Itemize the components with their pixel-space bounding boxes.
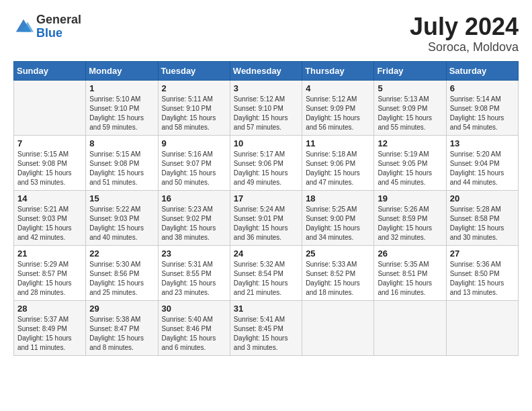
day-number: 13 — [450, 138, 515, 148]
day-number: 16 — [162, 193, 226, 203]
calendar-cell: 6Sunrise: 5:14 AMSunset: 9:08 PMDaylight… — [446, 80, 518, 135]
day-info: Sunrise: 5:22 AMSunset: 9:03 PMDaylight:… — [89, 205, 154, 242]
day-number: 7 — [17, 138, 82, 148]
calendar-week-4: 21Sunrise: 5:29 AMSunset: 8:57 PMDayligh… — [14, 245, 519, 300]
calendar-cell: 4Sunrise: 5:12 AMSunset: 9:09 PMDaylight… — [302, 80, 374, 135]
calendar-cell: 22Sunrise: 5:30 AMSunset: 8:56 PMDayligh… — [86, 245, 158, 300]
calendar-cell: 13Sunrise: 5:20 AMSunset: 9:04 PMDayligh… — [446, 135, 518, 190]
day-number: 19 — [378, 193, 442, 203]
day-number: 27 — [450, 248, 515, 259]
day-number: 21 — [17, 248, 82, 259]
day-number: 20 — [450, 193, 515, 203]
calendar-cell: 31Sunrise: 5:41 AMSunset: 8:45 PMDayligh… — [230, 300, 302, 355]
day-info: Sunrise: 5:41 AMSunset: 8:45 PMDaylight:… — [234, 315, 298, 353]
day-number: 1 — [89, 83, 154, 93]
day-info: Sunrise: 5:15 AMSunset: 9:08 PMDaylight:… — [17, 150, 82, 187]
weekday-header-thursday: Thursday — [302, 61, 374, 80]
logo: General Blue — [13, 13, 81, 40]
day-info: Sunrise: 5:37 AMSunset: 8:49 PMDaylight:… — [17, 315, 82, 353]
calendar-cell — [302, 300, 374, 355]
calendar-cell: 16Sunrise: 5:23 AMSunset: 9:02 PMDayligh… — [158, 190, 230, 245]
day-number: 4 — [306, 83, 370, 93]
day-info: Sunrise: 5:30 AMSunset: 8:56 PMDaylight:… — [89, 260, 154, 298]
day-info: Sunrise: 5:10 AMSunset: 9:10 PMDaylight:… — [89, 95, 154, 132]
month-year: July 2024 — [410, 13, 519, 40]
day-info: Sunrise: 5:12 AMSunset: 9:09 PMDaylight:… — [306, 95, 370, 132]
day-info: Sunrise: 5:33 AMSunset: 8:52 PMDaylight:… — [306, 260, 370, 298]
day-info: Sunrise: 5:24 AMSunset: 9:01 PMDaylight:… — [234, 205, 298, 242]
calendar-cell: 14Sunrise: 5:21 AMSunset: 9:03 PMDayligh… — [14, 190, 86, 245]
day-number: 14 — [17, 193, 82, 203]
page-header: General Blue July 2024 Soroca, Moldova — [13, 13, 519, 54]
day-info: Sunrise: 5:15 AMSunset: 9:08 PMDaylight:… — [89, 150, 154, 187]
day-info: Sunrise: 5:18 AMSunset: 9:06 PMDaylight:… — [306, 150, 370, 187]
weekday-header-wednesday: Wednesday — [230, 61, 302, 80]
logo-general-text: General — [36, 13, 81, 27]
logo-icon — [13, 17, 34, 37]
calendar-cell: 11Sunrise: 5:18 AMSunset: 9:06 PMDayligh… — [302, 135, 374, 190]
day-number: 9 — [162, 138, 226, 148]
calendar-table: SundayMondayTuesdayWednesdayThursdayFrid… — [13, 61, 519, 356]
logo-text: General Blue — [36, 13, 81, 40]
day-info: Sunrise: 5:32 AMSunset: 8:54 PMDaylight:… — [234, 260, 298, 298]
weekday-header-saturday: Saturday — [446, 61, 518, 80]
day-info: Sunrise: 5:14 AMSunset: 9:08 PMDaylight:… — [450, 95, 515, 132]
calendar-cell: 21Sunrise: 5:29 AMSunset: 8:57 PMDayligh… — [14, 245, 86, 300]
day-number: 2 — [162, 83, 226, 93]
day-info: Sunrise: 5:12 AMSunset: 9:10 PMDaylight:… — [234, 95, 298, 132]
calendar-cell: 26Sunrise: 5:35 AMSunset: 8:51 PMDayligh… — [374, 245, 446, 300]
logo-blue-text: Blue — [36, 27, 81, 40]
day-info: Sunrise: 5:28 AMSunset: 8:58 PMDaylight:… — [450, 205, 515, 242]
calendar-cell — [374, 300, 446, 355]
calendar-cell: 15Sunrise: 5:22 AMSunset: 9:03 PMDayligh… — [86, 190, 158, 245]
day-number: 18 — [306, 193, 370, 203]
day-info: Sunrise: 5:21 AMSunset: 9:03 PMDaylight:… — [17, 205, 82, 242]
calendar-cell: 27Sunrise: 5:36 AMSunset: 8:50 PMDayligh… — [446, 245, 518, 300]
calendar-cell: 9Sunrise: 5:16 AMSunset: 9:07 PMDaylight… — [158, 135, 230, 190]
day-number: 17 — [234, 193, 298, 203]
calendar-cell: 1Sunrise: 5:10 AMSunset: 9:10 PMDaylight… — [86, 80, 158, 135]
day-info: Sunrise: 5:40 AMSunset: 8:46 PMDaylight:… — [162, 315, 226, 353]
day-number: 12 — [378, 138, 442, 148]
weekday-header-row: SundayMondayTuesdayWednesdayThursdayFrid… — [14, 61, 519, 80]
day-info: Sunrise: 5:29 AMSunset: 8:57 PMDaylight:… — [17, 260, 82, 298]
day-number: 25 — [306, 248, 370, 259]
calendar-week-3: 14Sunrise: 5:21 AMSunset: 9:03 PMDayligh… — [14, 190, 519, 245]
calendar-cell: 10Sunrise: 5:17 AMSunset: 9:06 PMDayligh… — [230, 135, 302, 190]
calendar-cell: 17Sunrise: 5:24 AMSunset: 9:01 PMDayligh… — [230, 190, 302, 245]
calendar-cell: 24Sunrise: 5:32 AMSunset: 8:54 PMDayligh… — [230, 245, 302, 300]
calendar-cell: 28Sunrise: 5:37 AMSunset: 8:49 PMDayligh… — [14, 300, 86, 355]
calendar-cell: 8Sunrise: 5:15 AMSunset: 9:08 PMDaylight… — [86, 135, 158, 190]
day-number: 5 — [378, 83, 442, 93]
calendar-week-2: 7Sunrise: 5:15 AMSunset: 9:08 PMDaylight… — [14, 135, 519, 190]
calendar-cell: 30Sunrise: 5:40 AMSunset: 8:46 PMDayligh… — [158, 300, 230, 355]
weekday-header-sunday: Sunday — [14, 61, 86, 80]
day-number: 26 — [378, 248, 442, 259]
day-info: Sunrise: 5:36 AMSunset: 8:50 PMDaylight:… — [450, 260, 515, 298]
day-number: 10 — [234, 138, 298, 148]
day-info: Sunrise: 5:35 AMSunset: 8:51 PMDaylight:… — [378, 260, 442, 298]
calendar-cell: 29Sunrise: 5:38 AMSunset: 8:47 PMDayligh… — [86, 300, 158, 355]
calendar-cell: 20Sunrise: 5:28 AMSunset: 8:58 PMDayligh… — [446, 190, 518, 245]
calendar-cell: 7Sunrise: 5:15 AMSunset: 9:08 PMDaylight… — [14, 135, 86, 190]
location: Soroca, Moldova — [410, 40, 519, 54]
calendar-cell: 3Sunrise: 5:12 AMSunset: 9:10 PMDaylight… — [230, 80, 302, 135]
weekday-header-monday: Monday — [86, 61, 158, 80]
day-info: Sunrise: 5:16 AMSunset: 9:07 PMDaylight:… — [162, 150, 226, 187]
day-info: Sunrise: 5:19 AMSunset: 9:05 PMDaylight:… — [378, 150, 442, 187]
day-info: Sunrise: 5:25 AMSunset: 9:00 PMDaylight:… — [306, 205, 370, 242]
calendar-cell: 25Sunrise: 5:33 AMSunset: 8:52 PMDayligh… — [302, 245, 374, 300]
day-info: Sunrise: 5:11 AMSunset: 9:10 PMDaylight:… — [162, 95, 226, 132]
day-number: 8 — [89, 138, 154, 148]
calendar-cell — [446, 300, 518, 355]
day-number: 31 — [234, 304, 298, 314]
day-number: 11 — [306, 138, 370, 148]
calendar-cell: 12Sunrise: 5:19 AMSunset: 9:05 PMDayligh… — [374, 135, 446, 190]
day-number: 29 — [89, 304, 154, 314]
day-number: 3 — [234, 83, 298, 93]
calendar-cell: 19Sunrise: 5:26 AMSunset: 8:59 PMDayligh… — [374, 190, 446, 245]
day-number: 22 — [89, 248, 154, 259]
calendar-cell — [14, 80, 86, 135]
calendar-week-1: 1Sunrise: 5:10 AMSunset: 9:10 PMDaylight… — [14, 80, 519, 135]
day-number: 24 — [234, 248, 298, 259]
